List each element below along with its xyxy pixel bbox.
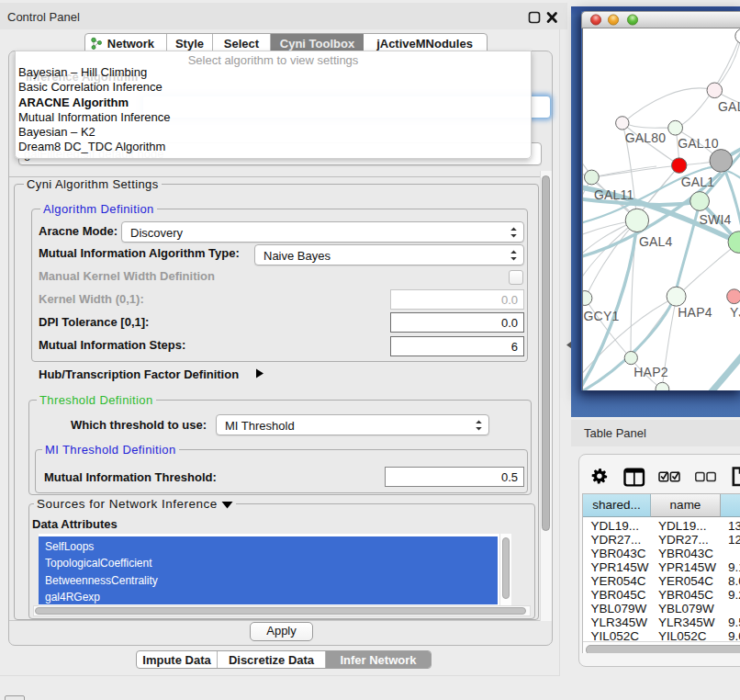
svg-text:HAP2: HAP2 bbox=[633, 365, 667, 379]
svg-text:GAL10: GAL10 bbox=[678, 136, 719, 151]
svg-text:GAL80: GAL80 bbox=[625, 130, 667, 145]
svg-text:HAP4: HAP4 bbox=[678, 305, 712, 320]
svg-text:SWI4: SWI4 bbox=[699, 212, 731, 227]
svg-text:GAL1: GAL1 bbox=[681, 175, 715, 189]
svg-text:GAL4: GAL4 bbox=[639, 234, 673, 249]
svg-text:GAL11: GAL11 bbox=[594, 187, 634, 202]
svg-text:YJ: YJ bbox=[730, 305, 740, 320]
svg-text:GCY1: GCY1 bbox=[584, 309, 620, 323]
svg-text:GAL7: GAL7 bbox=[718, 99, 740, 114]
